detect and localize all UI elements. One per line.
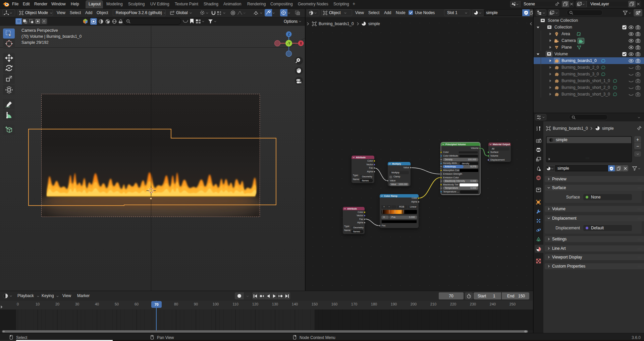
svg-text:X: X [300, 42, 302, 45]
svg-text:-Y: -Y [287, 42, 290, 45]
svg-text:Z: Z [288, 33, 290, 36]
